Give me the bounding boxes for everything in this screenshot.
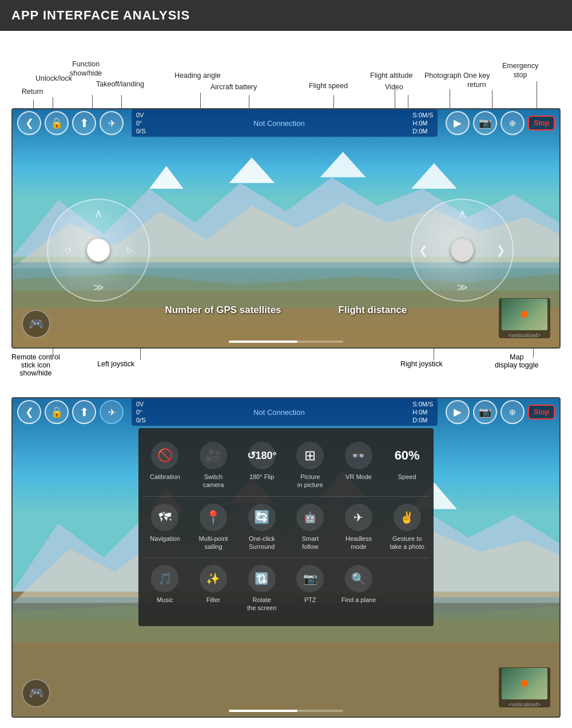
multipoint-icon: 📍 [200, 504, 227, 531]
stop-button[interactable]: Stop [528, 116, 555, 130]
map-display-2[interactable]: <unlocalized> [499, 667, 550, 707]
func-find-plane[interactable]: 🔍 Find a plane [337, 560, 381, 617]
music-label: Music [157, 596, 173, 604]
vr-label: VR Mode [345, 473, 372, 481]
video-button-2[interactable]: ▶ [446, 400, 470, 424]
drone-button[interactable]: ✈ [100, 111, 124, 135]
drone-button-2[interactable]: ✈ [100, 400, 124, 424]
page-header: APP INTERFACE ANALYSIS [0, 0, 572, 31]
speed-label: Speed [398, 473, 416, 481]
func-calibration[interactable]: 🚫 Calibration [143, 437, 187, 494]
stop-button-2[interactable]: Stop [528, 405, 555, 420]
switch-camera-icon: 🎥 [200, 442, 227, 469]
progress-bar-2 [229, 710, 343, 712]
func-flip180[interactable]: ↺180° 180° Flip [240, 437, 284, 494]
calibration-icon: 🚫 [151, 442, 178, 469]
progress-fill-2 [229, 710, 297, 712]
speed-value-display: 60% [395, 448, 420, 463]
func-smart-follow[interactable]: 🤖 Smartfollow [288, 499, 332, 556]
lock-button[interactable]: 🔒 [45, 111, 69, 135]
annot-video: Video [385, 82, 403, 92]
arrow-right-right: ❯ [496, 243, 506, 257]
func-rotate[interactable]: 🔃 Rotatethe screen [240, 560, 284, 617]
navigation-label: Navigation [150, 535, 180, 543]
back-button-2[interactable]: ❮ [17, 400, 41, 424]
right-buttons: ▶ 📷 ⊕ Stop [446, 111, 555, 135]
map-image [502, 299, 547, 330]
arrow-left-right: ❮ [419, 243, 428, 257]
func-navigation[interactable]: 🗺 Navigation [143, 499, 187, 556]
drone-topbar-1: ❮ 🔒 ⬆ ✈ 0V 0° 0/S Not Connection S:0M/S … [13, 109, 559, 137]
func-headless[interactable]: ✈ Headlessmode [337, 499, 381, 556]
func-gesture[interactable]: ✌ Gesture totake a photo [385, 499, 429, 556]
waypoint-button-2[interactable]: ⊕ [500, 400, 525, 424]
func-music[interactable]: 🎵 Music [143, 560, 187, 617]
header-title: APP INTERFACE ANALYSIS [11, 8, 190, 22]
switch-camera-label: Switchcamera [203, 473, 224, 489]
func-multipoint[interactable]: 📍 Multi-pointsailing [192, 499, 236, 556]
map-display-label: Mapdisplay toggle [495, 353, 538, 369]
rotate-label: Rotatethe screen [247, 596, 276, 612]
function-menu: 🚫 Calibration 🎥 Switchcamera ↺180° 180° … [138, 428, 434, 626]
func-surround[interactable]: 🔄 One-clickSurround [240, 499, 284, 556]
remote-icon[interactable]: 🎮 [22, 310, 50, 338]
annot-altitude: Flight altitude [370, 71, 412, 80]
rate-2: 0/S [136, 417, 146, 424]
flip180-label: 180° Flip [249, 473, 275, 481]
func-ptz[interactable]: 📷 PTZ [288, 560, 332, 617]
camera-button[interactable]: 📷 [473, 111, 497, 135]
altitude-2: H:0M [412, 409, 433, 416]
distance-2: D:0M [412, 417, 433, 424]
angle-2: 0° [136, 409, 146, 416]
surround-label: One-clickSurround [249, 535, 275, 551]
takeoff-button[interactable]: ⬆ [72, 111, 96, 135]
waypoint-button[interactable]: ⊕ [500, 111, 525, 135]
rate-value: 0/S [136, 128, 146, 134]
surround-icon: 🔄 [248, 504, 276, 531]
progress-fill [229, 341, 297, 343]
smart-follow-label: Smartfollow [302, 535, 319, 551]
video-button[interactable]: ▶ [446, 111, 470, 135]
remote-icon-2[interactable]: 🎮 [22, 679, 50, 707]
takeoff-button-2[interactable]: ⬆ [72, 400, 96, 424]
right-joystick[interactable]: ∧ ≫ ❮ ❯ [411, 199, 514, 302]
headless-icon: ✈ [345, 504, 372, 531]
arrow-up-right: ∧ [458, 207, 467, 220]
pip-label: Picturein picture [297, 473, 323, 489]
annot-unlock: Unlock/lock [35, 74, 72, 83]
back-button[interactable]: ❮ [17, 111, 41, 135]
info-panel: 0V 0° 0/S Not Connection S:0M/S H:0M D:0… [132, 109, 438, 137]
right-joystick-label: Right joystick [400, 360, 443, 368]
ptz-label: PTZ [304, 596, 316, 604]
func-switch-camera[interactable]: 🎥 Switchcamera [192, 437, 236, 494]
left-joystick-label: Left joystick [97, 360, 134, 368]
func-speed[interactable]: 60% Speed [385, 437, 429, 494]
rotate-icon: 🔃 [248, 565, 276, 592]
annot-speed: Flight speed [309, 81, 348, 90]
func-grid-row1: 🚫 Calibration 🎥 Switchcamera ↺180° 180° … [143, 437, 429, 494]
annot-battery: Aircraft battery [210, 82, 257, 92]
below-screen1-labels: Remote controlstick iconshow/hide Left j… [11, 349, 561, 391]
connection-status-2: Not Connection [157, 408, 402, 417]
map-display[interactable]: <unlocalized> [499, 298, 550, 338]
func-pip[interactable]: ⊞ Picturein picture [288, 437, 332, 494]
func-grid-row3: 🎵 Music ✨ Filter 🔃 Rotatethe screen 📷 PT… [143, 560, 429, 617]
map-caption: <unlocalized> [509, 333, 541, 338]
func-empty [385, 560, 429, 617]
func-filter[interactable]: ✨ Filter [192, 560, 236, 617]
filter-icon: ✨ [200, 565, 227, 592]
flight-stats: S:0M/S H:0M D:0M [412, 112, 433, 134]
func-vr[interactable]: 👓 VR Mode [337, 437, 381, 494]
filter-label: Filter [206, 596, 220, 604]
headless-label: Headlessmode [345, 535, 372, 551]
camera-button-2[interactable]: 📷 [473, 400, 497, 424]
gps-labels: Number of GPS satellites Flight distance [165, 304, 407, 316]
speed-icon: 60% [394, 442, 421, 469]
lock-button-2[interactable]: 🔒 [45, 400, 69, 424]
annot-heading: Heading angle [174, 71, 221, 80]
annot-one-key: One keyreturn [463, 71, 490, 90]
left-joystick[interactable]: ∧ ≫ ↺ ↻ [47, 199, 150, 302]
battery-info: 0V 0° 0/S [136, 112, 146, 134]
map-image-2 [502, 668, 547, 699]
drone-screen-1: ❮ 🔒 ⬆ ✈ 0V 0° 0/S Not Connection S:0M/S … [11, 108, 561, 349]
